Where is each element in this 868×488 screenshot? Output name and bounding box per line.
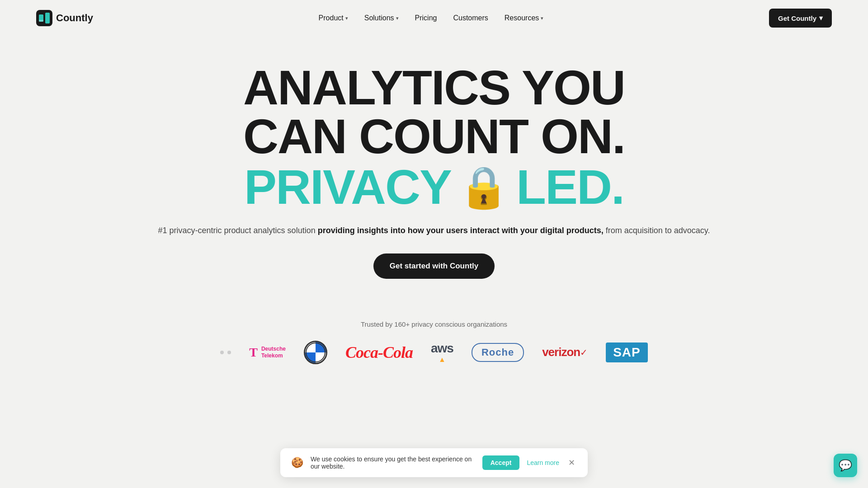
cookie-close-button[interactable]: ✕: [566, 458, 577, 468]
carousel-dots: [220, 351, 231, 354]
chat-button[interactable]: 💬: [834, 454, 857, 477]
cookie-text: We use cookies to ensure you get the bes…: [311, 455, 475, 470]
hero-privacy-text: PRIVACY: [244, 163, 451, 211]
logo-verizon: verizon✓: [542, 343, 588, 361]
nav-links: Product ▾ Solutions ▾ Pricing Customers …: [311, 10, 551, 26]
svg-rect-3: [39, 20, 43, 22]
nav-item-resources[interactable]: Resources ▾: [497, 10, 551, 26]
logo[interactable]: Countly: [36, 10, 93, 26]
hero-headline-line2: CAN COUNT ON.: [18, 112, 850, 161]
cookie-accept-button[interactable]: Accept: [482, 455, 520, 470]
navbar: Countly Product ▾ Solutions ▾ Pricing Cu…: [0, 0, 868, 36]
cookie-icon: 🍪: [291, 457, 303, 469]
trusted-label: Trusted by 160+ privacy conscious organi…: [0, 320, 868, 328]
logo-aws: aws ▲: [431, 343, 453, 361]
hero-subtext: #1 privacy-centric product analytics sol…: [18, 224, 850, 237]
hero-led-text: LED.: [516, 163, 624, 211]
cookie-banner: 🍪 We use cookies to ensure you get the b…: [280, 448, 588, 477]
hero-headline-line1: ANALYTICS YOU: [18, 63, 850, 112]
logo-coca-cola: Coca-Cola: [345, 343, 413, 361]
chat-icon: 💬: [839, 459, 852, 472]
get-countly-button[interactable]: Get Countly ▾: [769, 9, 832, 28]
hero-section: ANALYTICS YOU CAN COUNT ON. PRIVACY 🔒 LE…: [0, 36, 868, 297]
logo-icon: [36, 10, 52, 26]
logo-strip: T DeutscheTelekom Coca-Cola aws ▲ Roche …: [0, 341, 868, 364]
hero-cta-button[interactable]: Get started with Countly: [373, 253, 495, 279]
chevron-down-icon: ▾: [541, 15, 543, 21]
lock-icon: 🔒: [458, 167, 509, 207]
chevron-down-icon: ▾: [345, 15, 348, 21]
dot-2: [227, 351, 231, 354]
svg-rect-0: [36, 10, 52, 26]
chevron-down-icon: ▾: [819, 14, 823, 22]
nav-item-customers[interactable]: Customers: [446, 10, 495, 26]
svg-rect-2: [45, 13, 50, 23]
logo-text: Countly: [56, 12, 93, 24]
nav-item-solutions[interactable]: Solutions ▾: [357, 10, 406, 26]
chevron-down-icon: ▾: [396, 15, 399, 21]
logo-bmw: [304, 341, 327, 364]
logo-deutsche-telekom: T DeutscheTelekom: [249, 343, 286, 361]
dot-1: [220, 351, 224, 354]
nav-item-product[interactable]: Product ▾: [311, 10, 355, 26]
trusted-section: Trusted by 160+ privacy conscious organi…: [0, 320, 868, 364]
cookie-learn-more-link[interactable]: Learn more: [527, 459, 559, 466]
nav-item-pricing[interactable]: Pricing: [408, 10, 444, 26]
logo-sap: SAP: [606, 343, 648, 361]
hero-headline-line3: PRIVACY 🔒 LED.: [18, 163, 850, 211]
logo-roche: Roche: [472, 343, 524, 361]
